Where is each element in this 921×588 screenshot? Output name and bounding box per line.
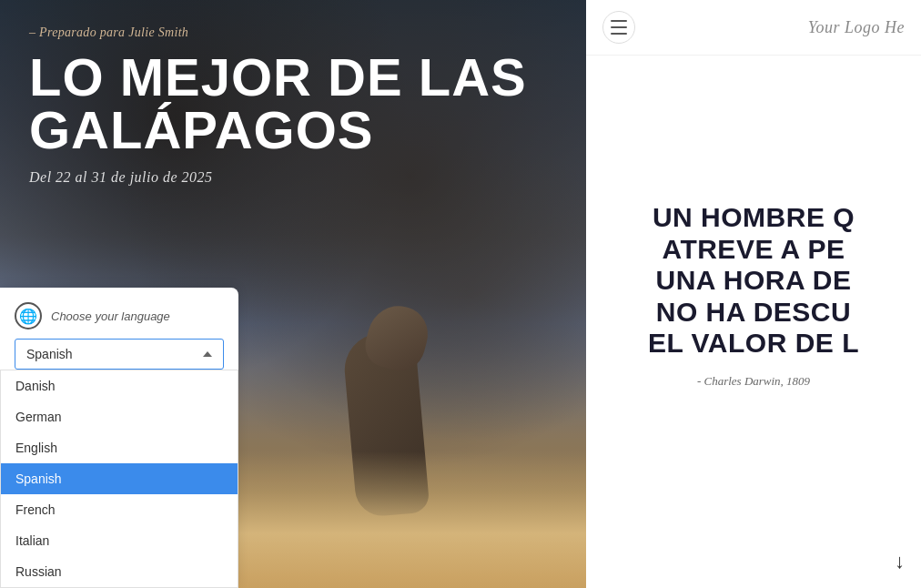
lang-option-french[interactable]: French — [1, 494, 238, 525]
hamburger-line-3 — [611, 33, 627, 35]
scroll-down-arrow[interactable]: ↓ — [895, 550, 905, 573]
language-selector-header: 🌐 Choose your language — [15, 302, 224, 329]
language-selector-label: Choose your language — [51, 309, 170, 323]
language-selector-container: 🌐 Choose your language Spanish Danish Ge… — [0, 288, 238, 588]
lang-option-german[interactable]: German — [1, 401, 238, 432]
hamburger-line-2 — [611, 26, 627, 28]
language-selected-value: Spanish — [26, 347, 73, 361]
lang-option-english[interactable]: English — [1, 432, 238, 463]
hero-dates: Del 22 al 31 de julio de 2025 — [29, 169, 557, 186]
lang-option-russian[interactable]: Russian — [1, 556, 238, 587]
quote-attribution: - Charles Darwin, 1809 — [697, 374, 810, 389]
left-panel: – Preparado para Julie Smith LO MEJOR DE… — [0, 0, 586, 588]
lang-option-italian[interactable]: Italian — [1, 525, 238, 556]
right-body: UN HOMBRE QATREVE A PEUNA HORA DENO HA D… — [586, 56, 921, 535]
hamburger-button[interactable] — [602, 11, 635, 44]
lang-option-danish[interactable]: Danish — [1, 370, 238, 401]
hero-title: LO MEJOR DE LAS GALÁPAGOS — [29, 51, 557, 157]
sea-lion-illustration — [322, 260, 468, 515]
language-dropdown: Danish German English Spanish French Ita… — [0, 370, 238, 588]
right-header: Your Logo He — [586, 0, 921, 56]
hero-subtitle: – Preparado para Julie Smith — [29, 25, 557, 40]
logo-text: Your Logo He — [808, 18, 905, 37]
language-select-box[interactable]: Spanish — [15, 339, 224, 370]
chevron-up-icon — [203, 351, 212, 357]
right-footer: ↓ — [586, 535, 921, 588]
right-panel: Your Logo He UN HOMBRE QATREVE A PEUNA H… — [586, 0, 921, 588]
quote-text: UN HOMBRE QATREVE A PEUNA HORA DENO HA D… — [648, 202, 859, 360]
lang-option-spanish[interactable]: Spanish — [1, 463, 238, 494]
hero-content: – Preparado para Julie Smith LO MEJOR DE… — [0, 0, 586, 211]
globe-icon: 🌐 — [15, 302, 42, 329]
hamburger-line-1 — [611, 20, 627, 22]
